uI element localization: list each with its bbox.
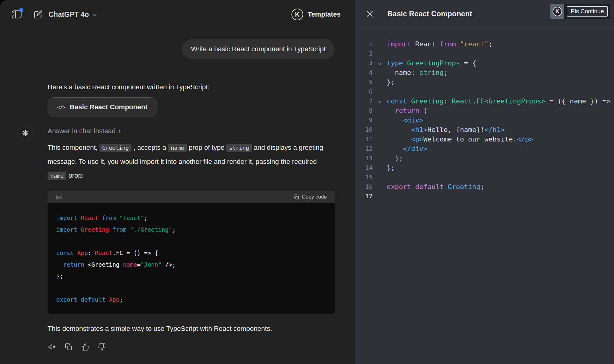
- editor-line-code: };: [387, 77, 614, 87]
- paragraph-text: This component,: [48, 144, 100, 151]
- fold-gutter: [373, 39, 387, 49]
- templates-button[interactable]: Templates: [308, 10, 341, 18]
- assistant-paragraph: This component, Greeting , accepts a nam…: [48, 141, 336, 183]
- editor-line[interactable]: 10 <h1>Hello, {name}!</h1>: [355, 125, 614, 134]
- editor-line-code: <p>Welcome to our website.</p>: [387, 134, 614, 144]
- editor-line[interactable]: 1 import React from "react";: [355, 39, 614, 49]
- editor-line-code: };: [387, 163, 614, 172]
- copy-code-button[interactable]: Copy code: [294, 194, 327, 200]
- editor-line-code: name: string;: [387, 68, 614, 77]
- thumbs-down-button[interactable]: [97, 343, 106, 351]
- extension-widget: K Pls Continue: [550, 4, 610, 19]
- canvas-card-label: Basic React Component: [70, 103, 147, 111]
- fold-gutter: [373, 106, 387, 115]
- copy-code-label: Copy code: [302, 194, 327, 200]
- chat-panel: ChatGPT 4o K Templates Write a basic Rea…: [0, 0, 355, 364]
- new-chat-button[interactable]: [32, 8, 44, 21]
- copy-message-button[interactable]: [64, 343, 73, 351]
- fold-gutter: [373, 49, 387, 58]
- editor-line[interactable]: 6: [355, 87, 614, 96]
- fold-gutter: [373, 153, 387, 163]
- line-number: 14: [355, 163, 373, 172]
- editor-line[interactable]: 16 export default Greeting;: [355, 182, 614, 192]
- fold-chevron-icon[interactable]: ⌄: [373, 96, 387, 106]
- canvas-card-button[interactable]: </> Basic React Component: [48, 97, 157, 117]
- fold-gutter: [373, 144, 387, 153]
- editor-line[interactable]: 14 };: [355, 163, 614, 172]
- canvas-code-editor[interactable]: 1 import React from "react";2 3⌄type Gre…: [355, 28, 614, 201]
- inline-code-chip: Greeting: [100, 144, 132, 152]
- fold-gutter: [373, 192, 387, 201]
- editor-line-code: const Greeting: React.FC<GreetingProps> …: [387, 96, 614, 106]
- editor-line-code: <div>: [387, 115, 614, 125]
- fold-gutter: [373, 172, 387, 182]
- close-canvas-button[interactable]: [365, 9, 374, 18]
- fold-gutter: [373, 163, 387, 172]
- code-line: [56, 282, 326, 294]
- line-number: 13: [355, 153, 373, 163]
- line-number: 2: [355, 49, 373, 58]
- line-number: 5: [355, 77, 373, 87]
- thumbs-up-button[interactable]: [81, 343, 89, 351]
- editor-line-code: type GreetingProps = {: [387, 58, 614, 68]
- fold-gutter: [373, 115, 387, 125]
- assistant-message: ❋ Here's a basic React component written…: [48, 82, 335, 351]
- code-line: return <Greeting name="John" />;: [56, 259, 326, 270]
- model-selector[interactable]: ChatGPT 4o: [49, 10, 97, 19]
- editor-line-code: [387, 49, 614, 58]
- editor-line[interactable]: 5 };: [355, 77, 614, 87]
- assistant-outro: This demonstrates a simple way to use Ty…: [48, 324, 335, 334]
- editor-line[interactable]: 9 <div>: [355, 115, 614, 125]
- editor-line[interactable]: 8 return (: [355, 106, 614, 115]
- answer-in-chat-link[interactable]: Answer in chat instead ›: [48, 127, 121, 135]
- editor-line[interactable]: 2: [355, 49, 614, 58]
- pls-continue-button[interactable]: Pls Continue: [567, 6, 608, 17]
- user-message: Write a basic React component in TypeScr…: [182, 39, 335, 59]
- inline-code-chip: name: [48, 172, 66, 180]
- line-number: 15: [355, 172, 373, 182]
- thumbs-down-icon: [98, 343, 106, 351]
- read-aloud-button[interactable]: [48, 343, 56, 351]
- fold-gutter: [373, 125, 387, 134]
- inline-code-chip: string: [226, 144, 252, 152]
- chat-code-block: tsx Copy code import React from "react";…: [48, 191, 335, 314]
- editor-line-code: );: [387, 153, 614, 163]
- chevron-down-icon: [92, 14, 97, 17]
- code-line: [56, 235, 326, 247]
- chevron-right-icon: ›: [118, 128, 121, 134]
- code-line: export default App;: [56, 294, 326, 305]
- extension-avatar-tile[interactable]: K: [550, 4, 564, 19]
- editor-line[interactable]: 15: [355, 172, 614, 182]
- editor-line-code: [387, 192, 614, 201]
- editor-line[interactable]: 17: [355, 192, 614, 201]
- notification-dot: [19, 8, 23, 12]
- editor-line[interactable]: 12 </div>: [355, 144, 614, 153]
- fold-chevron-icon[interactable]: ⌄: [373, 58, 387, 68]
- extension-avatar[interactable]: K: [291, 9, 303, 20]
- code-block-header: tsx Copy code: [48, 191, 335, 203]
- line-number: 17: [355, 192, 373, 201]
- editor-line[interactable]: 4 name: string;: [355, 68, 614, 77]
- line-number: 16: [355, 182, 373, 192]
- line-number: 4: [355, 68, 373, 77]
- code-line: import React from "react";: [56, 212, 326, 224]
- fold-gutter: [373, 87, 387, 96]
- editor-line[interactable]: 3⌄type GreetingProps = {: [355, 58, 614, 68]
- inline-code-chip: name: [168, 144, 187, 152]
- editor-line-code: </div>: [387, 144, 614, 153]
- chat-thread: Write a basic React component in TypeScr…: [48, 28, 335, 351]
- sidebar-toggle-button[interactable]: [10, 8, 23, 21]
- editor-line[interactable]: 7⌄const Greeting: React.FC<GreetingProps…: [355, 96, 614, 106]
- editor-line-code: import React from "react";: [387, 39, 614, 49]
- editor-line[interactable]: 11 <p>Welcome to our website.</p>: [355, 134, 614, 144]
- paragraph-text: prop:: [66, 172, 84, 179]
- editor-line[interactable]: 13 );: [355, 153, 614, 163]
- compose-icon: [33, 10, 43, 19]
- copy-icon: [294, 194, 299, 200]
- code-icon: </>: [57, 104, 65, 110]
- line-number: 8: [355, 106, 373, 115]
- editor-line-code: export default Greeting;: [387, 182, 614, 192]
- close-icon: [366, 10, 373, 17]
- openai-logo-icon: ❋: [18, 126, 33, 141]
- line-number: 12: [355, 144, 373, 153]
